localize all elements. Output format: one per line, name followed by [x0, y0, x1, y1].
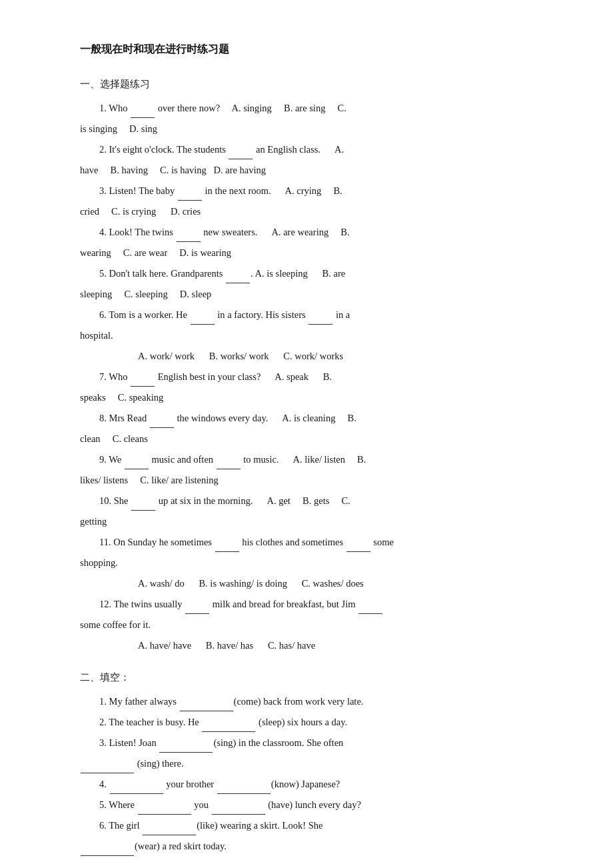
- q8-line1: 8. Mrs Read the windows every day. A. is…: [80, 409, 546, 428]
- fq1: 1. My father always (come) back from wor…: [80, 692, 546, 711]
- q12-line1: 12. The twins usually milk and bread for…: [80, 595, 546, 614]
- q11-line1: 11. On Sunday he sometimes his clothes a…: [80, 533, 546, 552]
- q8-line2: clean C. cleans: [80, 429, 546, 449]
- section1-header: 一、选择题练习: [80, 75, 546, 93]
- q9-line2: likes/ listens C. like/ are listening: [80, 471, 546, 490]
- q10-line1: 10. She up at six in the morning. A. get…: [80, 491, 546, 511]
- fq3-line1: 3. Listen! Joan (sing) in the classroom.…: [80, 733, 546, 753]
- section1: 一、选择题练习 1. Who over there now? A. singin…: [80, 75, 546, 655]
- section2: 二、填空： 1. My father always (come) back fr…: [80, 669, 546, 856]
- q6-line1: 6. Tom is a worker. He in a factory. His…: [80, 305, 546, 325]
- section1-content: 1. Who over there now? A. singing B. are…: [80, 99, 546, 655]
- q5-line1: 5. Don't talk here. Grandparents . A. is…: [80, 264, 546, 283]
- q12-line2: some coffee for it.: [80, 615, 546, 635]
- fq5: 5. Where you (have) lunch every day?: [80, 795, 546, 815]
- q1-line1: 1. Who over there now? A. singing B. are…: [80, 99, 546, 118]
- q2-line1: 2. It's eight o'clock. The students an E…: [80, 140, 546, 159]
- q1-line2: is singing D. sing: [80, 119, 546, 139]
- q12-options: A. have/ have B. have/ has C. has/ have: [80, 636, 546, 655]
- q5-line2: sleeping C. sleeping D. sleep: [80, 285, 546, 304]
- q11-line2: shopping.: [80, 553, 546, 573]
- q11-options: A. wash/ do B. is washing/ is doing C. w…: [80, 574, 546, 593]
- q6-options: A. work/ work B. works/ work C. work/ wo…: [80, 347, 546, 366]
- fq6-line2: (wear) a red skirt today.: [80, 837, 546, 856]
- q2-line2: have B. having C. is having D. are havin…: [80, 161, 546, 180]
- q7-line1: 7. Who English best in your class? A. sp…: [80, 367, 546, 387]
- q4-line2: wearing C. are wear D. is wearing: [80, 243, 546, 263]
- q10-line2: getting: [80, 512, 546, 531]
- q3-line2: cried C. is crying D. cries: [80, 202, 546, 221]
- q3-line1: 3. Listen! The baby in the next room. A.…: [80, 181, 546, 201]
- section2-content: 1. My father always (come) back from wor…: [80, 692, 546, 856]
- page-title: 一般现在时和现在进行时练习题: [80, 40, 546, 59]
- fq4: 4. your brother (know) Japanese?: [80, 775, 546, 794]
- q6-line2: hospital.: [80, 326, 546, 345]
- q7-line2: speaks C. speaking: [80, 388, 546, 407]
- fq2: 2. The teacher is busy. He (sleep) six h…: [80, 713, 546, 732]
- section2-header: 二、填空：: [80, 669, 546, 687]
- q4-line1: 4. Look! The twins new sweaters. A. are …: [80, 223, 546, 242]
- fq6-line1: 6. The girl (like) wearing a skirt. Look…: [80, 816, 546, 835]
- fq3-line2: (sing) there.: [80, 754, 546, 773]
- q9-line1: 9. We music and often to music. A. like/…: [80, 450, 546, 469]
